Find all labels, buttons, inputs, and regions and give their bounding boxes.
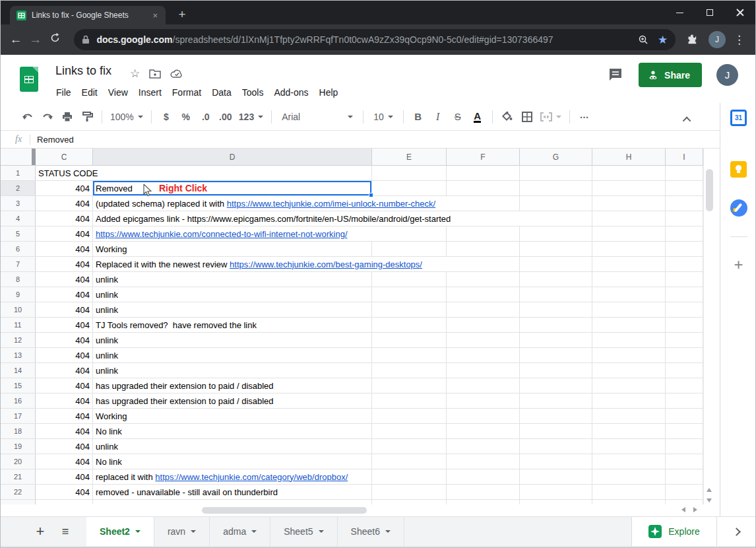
- cell-G11[interactable]: [520, 318, 592, 332]
- sheet-tab-sheet5[interactable]: Sheet5: [270, 517, 337, 546]
- cell-I16[interactable]: [666, 394, 703, 408]
- sheet-tab-menu-icon[interactable]: [191, 530, 196, 533]
- url-bar[interactable]: docs.google.com/spreadsheets/d/1lXnMj1Tf…: [74, 29, 676, 50]
- cell-I17[interactable]: [666, 409, 703, 423]
- cell-I22[interactable]: [666, 485, 703, 499]
- cell-D12[interactable]: unlink: [93, 333, 372, 347]
- cell-C21[interactable]: 404: [36, 469, 93, 484]
- horizontal-scrollbar-thumb[interactable]: [202, 507, 367, 514]
- paint-format-button[interactable]: [79, 108, 96, 125]
- cell-I3[interactable]: [666, 196, 703, 211]
- cloud-saved-icon[interactable]: [170, 69, 183, 79]
- row-header-15[interactable]: 15: [1, 378, 36, 393]
- cell-H8[interactable]: [592, 272, 666, 287]
- cell-G21[interactable]: [520, 469, 592, 484]
- cell-G6[interactable]: [520, 242, 592, 256]
- cell-H21[interactable]: [592, 469, 666, 484]
- cell-C6[interactable]: 404: [36, 242, 93, 256]
- cell-E22[interactable]: [372, 485, 447, 499]
- cell-H3[interactable]: [592, 196, 666, 211]
- cell-H19[interactable]: [592, 439, 666, 454]
- formula-input[interactable]: Removed: [37, 135, 74, 145]
- redo-button[interactable]: [39, 108, 56, 125]
- cell-D23[interactable]: removed - unavailable: [93, 500, 372, 504]
- cell-I15[interactable]: [666, 378, 703, 393]
- row-header-20[interactable]: 20: [1, 454, 36, 469]
- row-header-9[interactable]: 9: [1, 287, 36, 302]
- cell-I9[interactable]: [666, 287, 703, 302]
- sheet-tab-menu-icon[interactable]: [385, 530, 391, 533]
- row-header-7[interactable]: 7: [1, 257, 36, 271]
- cell-I2[interactable]: [666, 181, 703, 195]
- cell-H14[interactable]: [592, 363, 666, 378]
- row-header-21[interactable]: 21: [1, 469, 36, 484]
- menu-addons[interactable]: Add-ons: [268, 85, 313, 100]
- strikethrough-button[interactable]: S: [449, 108, 466, 125]
- cell-G5[interactable]: [520, 226, 592, 241]
- row-header-12[interactable]: 12: [1, 333, 36, 347]
- cell-G3[interactable]: [520, 196, 592, 211]
- tasks-icon[interactable]: [730, 199, 747, 217]
- cell-E8[interactable]: [372, 272, 447, 287]
- cell-F21[interactable]: [447, 469, 520, 484]
- cell-D3[interactable]: (updated schema) replaced it with https:…: [93, 196, 520, 211]
- cell-H12[interactable]: [592, 333, 666, 347]
- cell-E9[interactable]: [372, 287, 447, 302]
- cell-I13[interactable]: [666, 348, 703, 362]
- cell-H13[interactable]: [592, 348, 666, 362]
- browser-avatar[interactable]: J: [709, 31, 726, 48]
- cell-hyperlink[interactable]: https://www.techjunkie.com/category/web/…: [155, 472, 348, 482]
- sheet-tab-sheet6[interactable]: Sheet6: [338, 517, 404, 546]
- cell-G12[interactable]: [520, 333, 592, 347]
- column-header-H[interactable]: H: [592, 149, 666, 165]
- show-side-panel-button[interactable]: [717, 517, 755, 546]
- sheet-tab-menu-icon[interactable]: [251, 530, 257, 533]
- cell-D9[interactable]: unlink: [93, 287, 372, 302]
- menu-data[interactable]: Data: [206, 85, 237, 100]
- row-header-22[interactable]: 22: [1, 485, 36, 499]
- cell-G14[interactable]: [520, 363, 592, 378]
- cell-I4[interactable]: [666, 211, 703, 226]
- cell-C23[interactable]: 404: [36, 500, 93, 504]
- cell-D13[interactable]: unlink: [93, 348, 372, 362]
- vertical-scrollbar-thumb[interactable]: [706, 169, 713, 211]
- cell-C17[interactable]: 404: [36, 409, 93, 423]
- cell-C9[interactable]: 404: [36, 287, 93, 302]
- cell-C5[interactable]: 404: [36, 226, 93, 241]
- cell-F22[interactable]: [447, 485, 520, 499]
- cell-C7[interactable]: 404: [36, 257, 93, 271]
- cell-E18[interactable]: [372, 424, 447, 438]
- cell-D7[interactable]: Replaced it with the newest review https…: [93, 257, 520, 271]
- cell-F19[interactable]: [447, 439, 520, 454]
- cell-D2[interactable]: RemovedRight Click: [93, 181, 372, 195]
- cell-F6[interactable]: [447, 242, 520, 256]
- cell-E1[interactable]: [372, 166, 447, 180]
- cell-I12[interactable]: [666, 333, 703, 347]
- cell-I1[interactable]: [666, 166, 703, 180]
- cell-D5[interactable]: https://www.techjunkie.com/connected-to-…: [93, 226, 447, 241]
- font-family-select[interactable]: Arial: [278, 108, 357, 125]
- menu-help[interactable]: Help: [314, 85, 344, 100]
- zoom-page-icon[interactable]: [638, 34, 648, 45]
- menu-edit[interactable]: Edit: [77, 85, 103, 100]
- cell-F13[interactable]: [447, 348, 520, 362]
- cell-H11[interactable]: [592, 318, 666, 332]
- merge-cells-button[interactable]: [538, 108, 563, 125]
- cell-F15[interactable]: [447, 378, 520, 393]
- cell-I14[interactable]: [666, 363, 703, 378]
- cell-C3[interactable]: 404: [36, 196, 93, 211]
- cell-H22[interactable]: [592, 485, 666, 499]
- cell-H7[interactable]: [592, 257, 666, 271]
- cell-C18[interactable]: 404: [36, 424, 93, 438]
- scroll-up-icon[interactable]: [707, 488, 712, 492]
- cell-H16[interactable]: [592, 394, 666, 408]
- cell-F2[interactable]: [447, 181, 520, 195]
- cell-E10[interactable]: [372, 302, 447, 317]
- cell-G18[interactable]: [520, 424, 592, 438]
- column-header-I[interactable]: I: [666, 149, 703, 165]
- cell-G8[interactable]: [520, 272, 592, 287]
- more-toolbar-button[interactable]: ⋯: [576, 108, 593, 125]
- cell-I10[interactable]: [666, 302, 703, 317]
- sheet-tab-menu-icon[interactable]: [135, 530, 141, 533]
- cell-I8[interactable]: [666, 272, 703, 287]
